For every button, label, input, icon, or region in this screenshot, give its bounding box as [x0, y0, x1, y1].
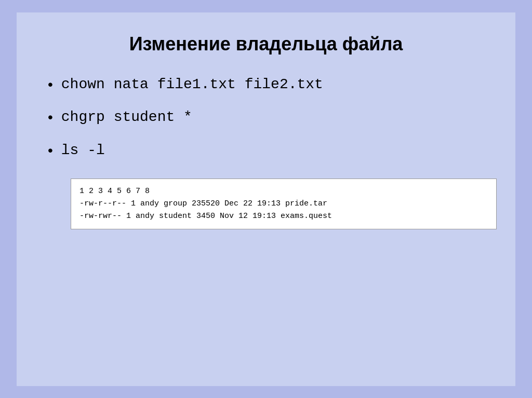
bullet-item-2: • chgrp student *: [48, 108, 484, 126]
slide: Изменение владельца файла • chown nata f…: [17, 12, 515, 386]
bullet-item-1: • chown nata file1.txt file2.txt: [48, 76, 484, 93]
bullet-text-1: chown nata file1.txt file2.txt: [61, 76, 323, 93]
terminal-row-1: -rw-r--r-- 1 andy group 235520 Dec 22 19…: [79, 198, 488, 210]
bullet-text-3: ls -l: [61, 142, 105, 159]
terminal-header: 1 2 3 4 5 6 7 8: [79, 185, 488, 198]
bullet-dot-2: •: [48, 108, 53, 126]
bullet-dot-3: •: [48, 142, 53, 159]
bullet-item-3: • ls -l: [48, 142, 484, 159]
bullet-list: • chown nata file1.txt file2.txt • chgrp…: [48, 76, 484, 175]
bullet-dot-1: •: [48, 76, 53, 93]
bullet-text-2: chgrp student *: [61, 108, 192, 126]
terminal-box: 1 2 3 4 5 6 7 8 -rw-r--r-- 1 andy group …: [71, 179, 497, 229]
slide-title: Изменение владельца файла: [48, 33, 484, 55]
terminal-row-2: -rw-rwr-- 1 andy student 3450 Nov 12 19:…: [79, 210, 488, 223]
